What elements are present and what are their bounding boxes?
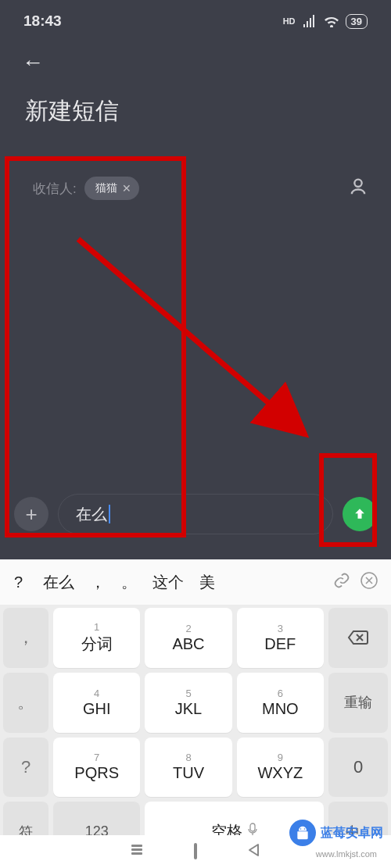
status-indicators: HD 39	[283, 14, 368, 29]
key-backspace[interactable]	[328, 608, 388, 668]
suggestion-4[interactable]: 这个	[146, 572, 190, 593]
suggestion-2[interactable]: ，	[84, 572, 112, 593]
messaging-app: 18:43 HD 39 ← 新建短信 收信人: 猫猫 ✕ + 在么	[0, 0, 391, 559]
recipient-chip[interactable]: 猫猫 ✕	[84, 177, 139, 200]
watermark: 蓝莓安卓网	[289, 820, 383, 846]
annotation-box-1	[5, 156, 186, 538]
nav-back-icon[interactable]	[247, 843, 261, 860]
key-2[interactable]: 2ABC	[145, 608, 231, 668]
svg-point-7	[304, 828, 306, 830]
suggestion-bar: ? 在么 ， 。 这个 美	[0, 559, 391, 605]
chip-remove-icon[interactable]: ✕	[122, 182, 131, 195]
svg-rect-3	[131, 848, 142, 851]
compose-row: + 在么	[0, 494, 391, 534]
hd-icon: HD	[283, 16, 296, 26]
key-5[interactable]: 5JKL	[145, 673, 231, 733]
key-side-question[interactable]: ?	[3, 738, 48, 798]
svg-rect-2	[250, 823, 255, 831]
suggestion-link-icon[interactable]	[333, 572, 350, 592]
svg-rect-5	[131, 845, 142, 847]
key-3[interactable]: 3DEF	[237, 608, 324, 668]
message-input[interactable]: 在么	[58, 494, 333, 534]
battery-indicator: 39	[346, 14, 368, 29]
suggestion-1[interactable]: 在么	[37, 572, 81, 593]
nav-recent-icon[interactable]	[130, 843, 144, 860]
attach-button[interactable]: +	[14, 497, 48, 531]
nav-home-icon[interactable]	[194, 845, 197, 859]
key-6[interactable]: 6MNO	[237, 673, 324, 733]
recipient-row: 收信人: 猫猫 ✕	[0, 148, 391, 201]
key-9[interactable]: 9WXYZ	[237, 738, 324, 798]
key-1[interactable]: 1分词	[53, 608, 140, 668]
svg-rect-4	[131, 852, 142, 855]
key-side-period[interactable]: 。	[3, 673, 48, 733]
contacts-button[interactable]	[347, 176, 369, 201]
status-time: 18:43	[23, 13, 62, 30]
page-title: 新建短信	[0, 80, 391, 148]
key-side-comma[interactable]: ，	[3, 608, 48, 668]
suggestion-symbol[interactable]: ?	[6, 573, 34, 591]
wifi-icon	[324, 15, 339, 27]
recipient-chip-name: 猫猫	[95, 181, 117, 195]
suggestion-close-icon[interactable]	[353, 571, 385, 593]
status-bar: 18:43 HD 39	[0, 0, 391, 36]
key-zero[interactable]: 0	[328, 738, 388, 798]
watermark-url: www.lmkjst.com	[316, 849, 377, 859]
back-button[interactable]: ←	[22, 50, 44, 75]
watermark-text: 蓝莓安卓网	[321, 825, 383, 841]
svg-point-6	[300, 828, 302, 830]
key-8[interactable]: 8TUV	[145, 738, 231, 798]
back-row: ←	[0, 36, 391, 80]
key-7[interactable]: 7PQRS	[53, 738, 140, 798]
annotation-arrow	[70, 231, 328, 466]
signal-icon	[302, 15, 317, 27]
suggestion-3[interactable]: 。	[115, 572, 143, 593]
recipient-label: 收信人:	[33, 180, 77, 198]
suggestion-5[interactable]: 美	[193, 572, 221, 593]
send-button[interactable]	[343, 497, 377, 531]
key-4[interactable]: 4GHI	[53, 673, 140, 733]
text-cursor	[109, 505, 110, 523]
key-retype[interactable]: 重输	[328, 673, 388, 733]
watermark-badge-icon	[289, 820, 316, 846]
svg-line-0	[78, 239, 305, 434]
message-text: 在么	[76, 504, 107, 525]
